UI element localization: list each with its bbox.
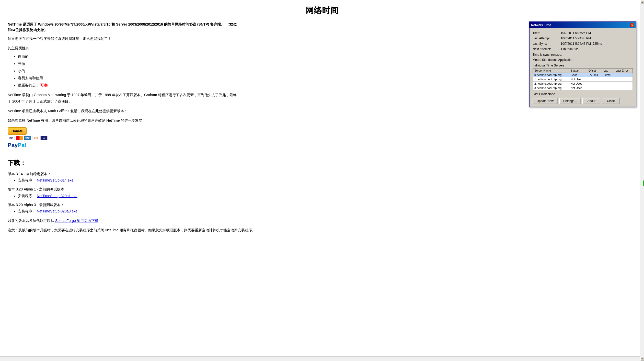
history1: NetTime 最初由 Graham Mainwaring 于 1997 年编写… (8, 92, 238, 105)
scroll-up-arrow[interactable]: ▲ (640, 0, 644, 4)
v320a3-installer-link[interactable]: NetTimeSetup-320a3.exe (37, 209, 77, 213)
amex-icon: AMEX (24, 136, 31, 140)
sync-status: Time is synchronized. (533, 53, 633, 57)
feature-reliable: 最重要的是： 可靠 (18, 82, 238, 89)
intro-bold: NetTime 是适用于 Windows 95/98/Me/NT/2000/XP… (8, 21, 238, 33)
col-last-error: Last Error (614, 69, 633, 73)
last-sync-label: Last Sync: (533, 41, 561, 46)
last-attempt-label: Last Attempt (533, 36, 561, 41)
v320a1-installer-link[interactable]: NetTimeSetup-320a1.exe (37, 194, 77, 198)
close-button[interactable]: Close (602, 98, 620, 104)
v320a3-installer-label: 安装程序： (18, 209, 36, 213)
next-attempt-value: 11h 59m 23s (561, 47, 578, 51)
v314-installer-link[interactable]: NetTimeSetup-314.exe (37, 178, 73, 182)
next-attempt-label: Next Attempt: (533, 47, 561, 51)
upgrade-note: 注意：从以前的版本升级时，您需要在运行安装程序之前关闭 NetTime 服务和托… (8, 227, 636, 233)
nettime-titlebar: Network Time ✕ (530, 22, 636, 28)
time-label: Time: (533, 31, 561, 35)
scroll-indicator (643, 180, 644, 186)
mode-label: Mode: (533, 58, 541, 62)
feature-easy: 容易安装和使用 (18, 74, 238, 82)
sourceforge-section: 以前的版本以及源代码可以从 SourceForge 项目页面下载 (8, 218, 636, 224)
col-status: Status (569, 69, 587, 73)
other-card-icon: eC (40, 136, 48, 140)
col-offset: Offset (587, 69, 602, 73)
feature-free: 自由的 (18, 53, 238, 60)
servers-table: Server Name Status Offset Lag Last Error… (533, 68, 633, 90)
v314-installer-label: 安装程序： (18, 178, 36, 182)
last-sync-value: 10/7/2011 5:24:47 PM -725ms (561, 41, 602, 46)
download-title: 下载： (8, 157, 636, 168)
table-row: 1.nettime.pool.ntp.orgNot Used (533, 77, 633, 82)
features-label: 其主要属性有： (8, 45, 238, 51)
paypal-logo: PayPal (8, 142, 238, 149)
time-value: 10/7/2011 5:25:25 PM (561, 31, 591, 35)
history2: NetTime 项目已由我本人 Mark Griffiths 复活，我现在在此处… (8, 108, 238, 114)
sourceforge-link[interactable]: SourceForge 项目页面下载 (55, 219, 98, 223)
table-row: 0.nettime.pool.ntp.orgGood-725ms20ms (533, 73, 633, 77)
table-row: 3.nettime.pool.ntp.orgNot Used (533, 86, 633, 90)
discover-icon: DISC (32, 136, 39, 140)
reliable-text: 可靠 (40, 83, 48, 87)
nettime-title: Network Time (531, 23, 551, 27)
v314-label: 版本 3.14 - 当前稳定版本： (8, 171, 636, 177)
v320a1-installer-label: 安装程序： (18, 194, 36, 198)
v320a1-label: 版本 3.20 Alpha 1 - 之前的测试版本： (8, 186, 636, 193)
v320a3-label: 版本 3.20 Alpha 3 - 最新测试版本： (8, 202, 636, 208)
nettime-window: Network Time ✕ Time: 10/7/2011 5:25:25 P… (529, 21, 636, 107)
servers-label: Individual Time Servers: (533, 64, 633, 67)
feature-small: 小的 (18, 67, 238, 74)
settings-button[interactable]: Settings... (559, 98, 581, 104)
visa-icon: VISA (8, 136, 15, 140)
mode-value: Standalone Application (542, 58, 573, 62)
mastercard-icon (16, 136, 23, 140)
table-row: 2.nettime.pool.ntp.orgNot Used (533, 82, 633, 86)
donate-button[interactable]: Donate (8, 127, 27, 135)
donate-prompt: 如果您觉得 NetTime 有用，请考虑捐赠以表达您的谢意并鼓励 NetTime… (8, 117, 238, 124)
page-title: 网络时间 (8, 5, 636, 16)
intro-find: 如果您正在寻找一个程序来保持系统时间准确，那么您就找到了！ (8, 36, 238, 42)
last-error-label: Last Error: (533, 92, 547, 96)
col-server-name: Server Name (533, 69, 569, 73)
close-icon[interactable]: ✕ (630, 23, 634, 27)
feature-opensource: 开源 (18, 60, 238, 67)
update-now-button[interactable]: Update Now (533, 98, 558, 104)
about-button[interactable]: About (582, 98, 600, 104)
col-lag: Lag (602, 69, 614, 73)
vertical-scrollbar[interactable]: ▲ ▼ (640, 0, 644, 241)
last-error-value: None (548, 92, 555, 96)
last-attempt-value: 10/7/2011 5:24:48 PM (561, 36, 591, 41)
